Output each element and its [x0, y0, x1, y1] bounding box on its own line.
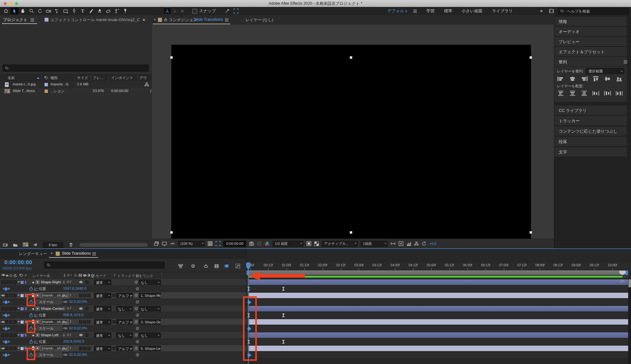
workspace-overflow-button[interactable]: » — [540, 8, 543, 13]
lock-column-icon[interactable] — [13, 274, 17, 278]
track-row-layer-2[interactable] — [246, 292, 631, 299]
next-keyframe-arrow[interactable] — [9, 354, 11, 356]
track-row-layer-6[interactable] — [246, 345, 631, 352]
keyframe-toggle-diamond[interactable] — [4, 313, 8, 318]
column-in-point[interactable]: インポイント — [111, 76, 133, 80]
quality-slash-icon[interactable]: / — [70, 320, 71, 323]
time-ruler[interactable]: 0:00f00:12f01:00f01:12f02:00f02:12f03:00… — [246, 262, 631, 271]
selection-handle[interactable] — [350, 56, 352, 59]
transparency-grid-icon[interactable] — [314, 241, 319, 246]
lock-toggle[interactable] — [13, 320, 17, 324]
reset-exposure-icon[interactable] — [422, 241, 427, 246]
composition-canvas[interactable] — [171, 45, 531, 247]
help-search-input[interactable] — [566, 9, 621, 14]
property-value[interactable]: 320.8,1642.0 — [63, 339, 84, 343]
parent-dropdown[interactable]: 1. Shape-Right — [139, 293, 161, 298]
expand-chevron[interactable] — [17, 321, 20, 324]
track-row-property[interactable] — [246, 338, 631, 345]
property-name[interactable]: スケール — [39, 353, 54, 357]
stopwatch-icon[interactable] — [29, 300, 33, 304]
property-value[interactable]: 1597.8,1642.0 — [63, 286, 86, 290]
next-keyframe-arrow[interactable] — [9, 314, 11, 316]
track-matte-dropdown[interactable]: アルファ — [116, 319, 133, 325]
audio-toggle[interactable] — [5, 333, 9, 337]
project-panel-menu-icon[interactable] — [30, 18, 34, 22]
channel-icon[interactable] — [265, 241, 270, 246]
layer-row-4[interactable]: 4[marek-...sh.jpg]/通常アルファ@3. Shape-Cente — [0, 319, 246, 325]
parent-pickwhip-icon[interactable]: @ — [134, 280, 138, 284]
next-keyframe-arrow[interactable] — [9, 301, 11, 303]
property-value[interactable]: 958.8,-573.0 — [63, 313, 84, 317]
pickwhip-icon[interactable]: @ — [136, 326, 139, 330]
parent-pickwhip-icon[interactable]: @ — [134, 320, 138, 323]
roto-brush-tool-button[interactable] — [113, 8, 121, 14]
track-row-property[interactable] — [246, 352, 631, 358]
pan-behind-tool-button[interactable] — [53, 8, 61, 14]
layer-label-chip[interactable] — [20, 347, 24, 350]
distribute-button-6[interactable] — [615, 90, 624, 96]
new-composition-icon[interactable] — [23, 242, 28, 247]
align-button-5[interactable] — [603, 76, 612, 82]
parent-dropdown[interactable]: 5. Shape-Left — [139, 346, 161, 351]
stopwatch-icon[interactable] — [29, 286, 33, 291]
layer-duration-bar[interactable] — [249, 293, 628, 298]
timeline-search-input[interactable] — [51, 263, 145, 267]
track-row-layer-4[interactable] — [246, 319, 631, 325]
hand-tool-button[interactable] — [19, 8, 27, 14]
align-button-2[interactable] — [568, 76, 577, 82]
switch-well[interactable] — [79, 320, 82, 324]
hold-keyframe-icon[interactable] — [282, 340, 285, 344]
stopwatch-icon[interactable] — [29, 326, 33, 331]
distribute-button-2[interactable] — [568, 90, 577, 96]
video-toggle[interactable] — [1, 280, 4, 284]
property-row-位置[interactable]: 位置1597.8,1642.0@ — [0, 286, 246, 292]
draft-3d-button[interactable] — [189, 263, 197, 269]
align-panel-menu-icon[interactable] — [623, 60, 628, 64]
rotate-tool-button[interactable] — [36, 8, 44, 14]
grid-options-icon[interactable] — [208, 241, 213, 246]
layer-name[interactable]: Shape-Right — [41, 280, 61, 284]
video-toggle[interactable] — [1, 333, 4, 337]
sidebar-panel-bottom-2[interactable]: トラッカー — [554, 116, 627, 126]
camera-dropdown[interactable]: アクティブカ... — [322, 241, 358, 247]
fast-previews-icon[interactable] — [306, 241, 311, 246]
workspace-tab-1[interactable]: デフォルト — [387, 8, 409, 14]
distribute-button-1[interactable] — [556, 90, 566, 96]
expand-chevron[interactable] — [17, 334, 20, 337]
align-button-4[interactable] — [591, 76, 601, 82]
expand-chevron[interactable] — [17, 295, 20, 297]
type-tool-button[interactable]: T — [79, 8, 87, 14]
property-value[interactable]: 32.0,32.0% — [69, 353, 87, 356]
align-button-1[interactable] — [556, 76, 566, 82]
new-folder-icon[interactable] — [13, 243, 18, 247]
keyframe-toggle-diamond[interactable] — [4, 353, 8, 357]
workspace-tab-5[interactable]: ライブラリ — [492, 8, 513, 14]
flowchart-icon[interactable] — [414, 241, 419, 246]
audio-toggle[interactable] — [5, 307, 9, 311]
parent-dropdown[interactable]: なし — [139, 332, 161, 338]
next-keyframe-arrow[interactable] — [9, 287, 11, 290]
sidebar-panel-4[interactable]: エフェクト＆プリセット — [554, 47, 627, 57]
track-row-property[interactable] — [246, 312, 631, 319]
horizontal-scrollbar[interactable] — [80, 243, 148, 247]
layer-row-2[interactable]: 2[marek-...sh.jpg]/通常アルファ@1. Shape-Right — [0, 292, 246, 299]
frame-blending-button[interactable] — [213, 263, 220, 269]
vertical-scrollbar[interactable] — [628, 279, 631, 364]
pickwhip-icon[interactable]: @ — [136, 339, 139, 343]
always-preview-icon[interactable] — [154, 241, 159, 246]
column-t[interactable]: T — [114, 274, 116, 277]
view-axis-mode-button[interactable] — [179, 8, 186, 14]
keyframe-toggle-diamond[interactable] — [4, 300, 8, 304]
rectangle-tool-button[interactable] — [62, 8, 70, 14]
switch-well[interactable] — [83, 294, 86, 297]
switch-well[interactable] — [85, 280, 89, 284]
label-column-icon[interactable] — [44, 76, 48, 80]
next-keyframe-arrow[interactable] — [9, 327, 11, 330]
main-viewer-icon[interactable] — [162, 241, 167, 246]
layer-row-5[interactable]: 5★Shape-Left/通常なし@なし — [0, 332, 246, 338]
pickwhip-icon[interactable]: @ — [136, 313, 139, 317]
parent-pickwhip-icon[interactable]: @ — [134, 293, 138, 297]
lock-toggle[interactable] — [13, 333, 17, 337]
parent-pickwhip-icon[interactable]: @ — [134, 346, 138, 350]
pickwhip-icon[interactable]: @ — [136, 300, 139, 303]
